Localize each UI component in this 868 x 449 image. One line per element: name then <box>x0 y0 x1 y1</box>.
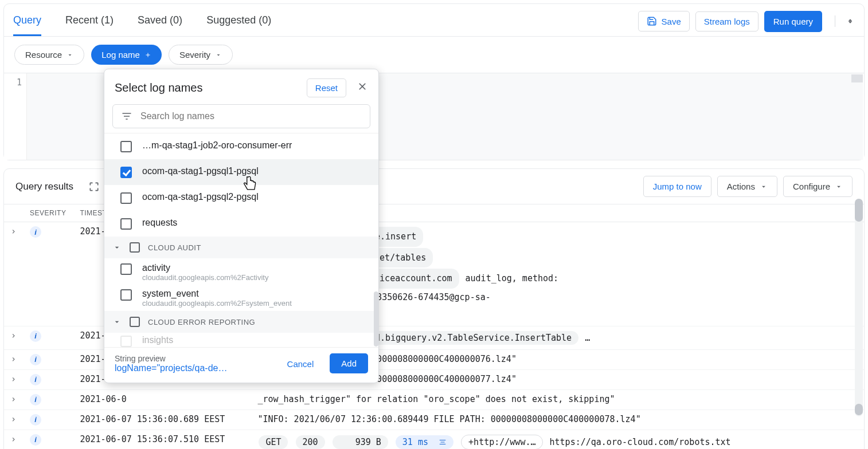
col-severity: Severity <box>23 204 73 222</box>
chevron-down-icon <box>67 52 73 58</box>
list-item[interactable]: ocom-qa-stag1-pgsql2-pgsql <box>104 185 378 211</box>
expand-row-icon[interactable]: › <box>11 354 16 364</box>
tab-recent[interactable]: Recent (1) <box>65 6 114 36</box>
tab-query[interactable]: Query <box>13 6 41 36</box>
plus-icon <box>144 52 151 58</box>
checkbox[interactable] <box>120 263 132 275</box>
tab-saved[interactable]: Saved (0) <box>138 6 182 36</box>
configure-button[interactable]: Configure <box>783 176 853 197</box>
severity-info-icon: i <box>30 414 41 426</box>
cancel-button[interactable]: Cancel <box>280 355 321 373</box>
tab-suggested[interactable]: Suggested (0) <box>206 6 271 36</box>
list-item[interactable]: ocom-qa-stag1-pgsql1-pgsql <box>104 159 378 185</box>
checkbox[interactable] <box>120 141 132 152</box>
reset-button[interactable]: Reset <box>307 78 346 97</box>
query-tabs: Query Recent (1) Saved (0) Suggested (0) <box>13 6 638 36</box>
checkbox[interactable] <box>120 336 132 347</box>
expand-icon[interactable] <box>88 181 100 192</box>
list-item[interactable]: insights <box>104 333 378 347</box>
severity-info-icon: i <box>30 374 41 385</box>
list-item[interactable]: activity cloudaudit.googleapis.com%2Fact… <box>104 258 378 285</box>
filter-row: Resource Log name Severity Select log na… <box>4 37 864 73</box>
severity-filter[interactable]: Severity <box>169 45 233 65</box>
table-row[interactable]: › i 2021-06-07 15:36:00.689 EEST "INFO: … <box>4 409 864 430</box>
expand-row-icon[interactable]: › <box>11 394 16 404</box>
results-scrollbar[interactable] <box>855 199 863 416</box>
checkbox[interactable] <box>130 317 140 327</box>
list-item[interactable]: system_event cloudaudit.googleapis.com%2… <box>104 285 378 311</box>
http-size: 939 B <box>333 435 388 449</box>
checkbox[interactable] <box>120 289 132 301</box>
resource-filter[interactable]: Resource <box>14 45 84 65</box>
top-bar: Query Recent (1) Saved (0) Suggested (0)… <box>4 4 864 37</box>
severity-info-icon: i <box>30 394 41 405</box>
collapse-toggle-icon[interactable] <box>835 15 855 27</box>
group-cloud-audit[interactable]: CLOUD AUDIT <box>104 237 378 258</box>
string-preview-value: logName="projects/qa-de… <box>115 363 264 373</box>
checkbox[interactable] <box>120 218 132 230</box>
results-title: Query results <box>15 181 73 192</box>
line-number: 1 <box>4 73 27 160</box>
expand-row-icon[interactable]: › <box>11 226 16 237</box>
chevron-down-icon <box>112 243 122 252</box>
filter-icon <box>121 111 132 122</box>
http-time: 31 ms <box>396 435 453 449</box>
list-item[interactable]: requests <box>104 211 378 237</box>
table-row[interactable]: › i 2021-06-0 _row_hash_trigger" for rel… <box>4 389 864 409</box>
checkbox[interactable] <box>130 242 140 253</box>
jump-to-now-button[interactable]: Jump to now <box>643 176 711 197</box>
minimap[interactable] <box>851 74 863 82</box>
save-button[interactable]: Save <box>638 11 690 31</box>
expand-row-icon[interactable]: › <box>11 330 16 341</box>
log-name-filter[interactable]: Log name <box>91 45 162 65</box>
http-status: 200 <box>296 435 325 449</box>
log-name-list: …m-qa-stag1-job2-oro-consumer-err ocom-q… <box>104 133 378 347</box>
http-url-chip[interactable]: +http://www.… <box>461 435 543 450</box>
expand-row-icon[interactable]: › <box>11 434 16 444</box>
severity-info-icon: i <box>30 434 41 446</box>
stream-logs-button[interactable]: Stream logs <box>695 11 758 31</box>
scrollbar[interactable] <box>374 292 378 346</box>
severity-info-icon: i <box>30 354 41 365</box>
chevron-down-icon <box>760 183 768 191</box>
checkbox[interactable] <box>120 167 132 178</box>
run-query-button[interactable]: Run query <box>764 11 822 32</box>
chevron-down-icon <box>835 183 843 191</box>
chevron-down-icon <box>215 52 222 58</box>
actions-button[interactable]: Actions <box>717 176 777 197</box>
search-log-names[interactable] <box>112 104 370 128</box>
severity-info-icon: i <box>30 226 41 238</box>
expand-row-icon[interactable]: › <box>11 414 16 424</box>
severity-info-icon: i <box>30 330 41 342</box>
popover-title: Select log names <box>115 81 301 94</box>
string-preview-label: String preview <box>115 354 271 363</box>
search-input[interactable] <box>139 111 362 122</box>
list-item[interactable]: …m-qa-stag1-job2-oro-consumer-err <box>104 133 378 159</box>
close-icon[interactable] <box>357 81 368 95</box>
table-row[interactable]: › i 2021-06-07 15:36:07.510 EEST GET 200… <box>4 430 864 449</box>
add-button[interactable]: Add <box>330 353 368 373</box>
chevron-down-icon <box>112 317 122 326</box>
log-name-popover: Select log names Reset …m-qa-stag1-job2-… <box>104 69 379 383</box>
save-icon <box>647 16 657 26</box>
latency-icon <box>439 438 447 446</box>
group-cloud-error-reporting[interactable]: CLOUD ERROR REPORTING <box>104 311 378 333</box>
checkbox[interactable] <box>120 192 132 204</box>
expand-row-icon[interactable]: › <box>11 374 16 384</box>
http-method: GET <box>259 435 288 449</box>
